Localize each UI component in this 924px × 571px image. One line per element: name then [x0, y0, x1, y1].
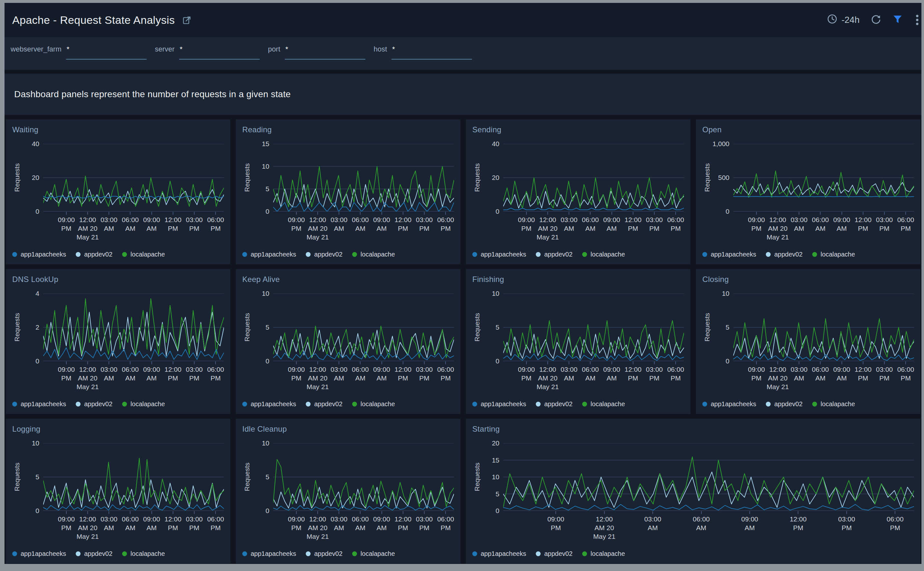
legend-item-appdev02[interactable]: appdev02: [76, 251, 113, 258]
more-menu-icon[interactable]: [914, 14, 921, 26]
legend-item-appdev02[interactable]: appdev02: [306, 251, 342, 258]
plot-area: [273, 293, 454, 361]
y-tick-label: 5: [726, 324, 729, 331]
legend-label: appdev02: [774, 400, 803, 408]
x-axis: 09:00 PM12:00 AM 20 May 2103:00 AM06:00 …: [43, 363, 224, 394]
legend-dot: [306, 551, 311, 556]
x-tick-mark: [884, 361, 885, 364]
x-tick-label: 03:00 PM: [186, 365, 203, 383]
x-tick-label: 12:00 AM 20 May 21: [767, 215, 789, 241]
x-tick-mark: [215, 212, 216, 215]
y-axis-label: Requests: [12, 443, 22, 511]
x-tick-label: 06:00 PM: [897, 365, 914, 383]
legend-item-app1apacheeks[interactable]: app1apacheeks: [12, 400, 66, 408]
filter-input-server[interactable]: *: [179, 44, 260, 60]
y-axis-label: Requests: [12, 144, 22, 211]
y-tick-label: 0: [495, 507, 499, 515]
y-axis: 420: [22, 293, 43, 361]
series-app1apacheeks: [273, 352, 454, 360]
legend-item-appdev02[interactable]: appdev02: [536, 400, 573, 408]
legend-item-appdev02[interactable]: appdev02: [306, 400, 342, 408]
legend-item-localapache[interactable]: localapache: [812, 251, 855, 258]
x-tick-mark: [66, 361, 67, 364]
legend-item-app1apacheeks[interactable]: app1apacheeks: [472, 400, 526, 408]
legend-item-appdev02[interactable]: appdev02: [766, 251, 803, 258]
legend-item-app1apacheeks[interactable]: app1apacheeks: [12, 251, 66, 258]
panel-title: Starting: [472, 424, 914, 434]
legend-label: app1apacheeks: [481, 400, 526, 408]
legend-label: app1apacheeks: [251, 550, 296, 557]
legend-item-localapache[interactable]: localapache: [122, 400, 165, 408]
panel-title: DNS LookUp: [12, 275, 224, 284]
filter-input-port[interactable]: *: [285, 44, 365, 60]
refresh-icon[interactable]: [870, 14, 881, 26]
filter-input-host[interactable]: *: [392, 44, 472, 60]
legend-item-localapache[interactable]: localapache: [122, 550, 165, 557]
x-tick-mark: [403, 361, 403, 364]
x-tick-mark: [756, 361, 757, 364]
panel-title: Reading: [242, 125, 454, 134]
x-tick-label: 12:00 PM: [395, 515, 412, 532]
legend-dot: [242, 551, 247, 556]
x-tick-mark: [381, 361, 382, 364]
filter-input-webserver-farm[interactable]: *: [66, 44, 147, 60]
legend-label: localapache: [361, 251, 395, 258]
x-tick-mark: [905, 212, 906, 215]
x-tick-mark: [611, 212, 612, 215]
legend-label: localapache: [361, 400, 395, 408]
x-tick-label: 03:00 AM: [791, 215, 808, 233]
x-tick-mark: [360, 361, 361, 364]
legend-dot: [352, 551, 357, 556]
legend-item-appdev02[interactable]: appdev02: [536, 251, 573, 258]
legend-item-localapache[interactable]: localapache: [812, 400, 855, 408]
legend-dot: [472, 402, 477, 406]
x-tick-label: 03:00 PM: [186, 215, 203, 233]
filter-icon[interactable]: [892, 14, 903, 26]
legend-item-app1apacheeks[interactable]: app1apacheeks: [12, 550, 66, 557]
legend-label: app1apacheeks: [711, 400, 756, 408]
legend: app1apacheeksappdev02localapache: [702, 250, 914, 259]
x-tick-mark: [526, 361, 527, 364]
x-tick-mark: [403, 511, 403, 514]
x-tick-label: 06:00 AM: [693, 515, 710, 532]
time-range-picker[interactable]: -24h: [827, 14, 859, 27]
legend-item-app1apacheeks[interactable]: app1apacheeks: [242, 251, 296, 258]
x-tick-label: 06:00 AM: [812, 365, 829, 383]
legend-item-localapache[interactable]: localapache: [122, 251, 165, 258]
x-tick-mark: [654, 361, 655, 364]
legend-item-app1apacheeks[interactable]: app1apacheeks: [472, 550, 526, 557]
panel-title: Keep Alive: [242, 275, 454, 284]
legend-item-localapache[interactable]: localapache: [352, 400, 395, 408]
legend-dot: [582, 252, 587, 257]
legend-item-appdev02[interactable]: appdev02: [766, 400, 803, 408]
chart-area: Requests4020009:00 PM12:00 AM 20 May 210…: [472, 144, 684, 244]
x-tick-mark: [194, 511, 195, 514]
x-tick-mark: [317, 361, 318, 364]
line-chart: [43, 293, 224, 361]
share-export-icon[interactable]: [182, 15, 192, 25]
x-tick-mark: [339, 361, 339, 364]
x-tick-label: 06:00 AM: [122, 365, 139, 383]
legend-item-appdev02[interactable]: appdev02: [76, 400, 113, 408]
legend-item-app1apacheeks[interactable]: app1apacheeks: [242, 550, 296, 557]
x-tick-label: 03:00 AM: [560, 215, 578, 233]
legend-item-appdev02[interactable]: appdev02: [536, 550, 573, 557]
x-tick-label: 09:00 PM: [58, 515, 75, 532]
legend-item-appdev02[interactable]: appdev02: [76, 550, 113, 557]
y-axis: 1050: [712, 293, 733, 361]
legend-item-localapache[interactable]: localapache: [582, 400, 625, 408]
note-text: Dashboard panels represent the number of…: [14, 89, 291, 99]
legend-item-localapache[interactable]: localapache: [352, 550, 395, 557]
legend-item-app1apacheeks[interactable]: app1apacheeks: [242, 400, 296, 408]
legend-item-appdev02[interactable]: appdev02: [306, 550, 342, 557]
x-tick-mark: [173, 511, 173, 514]
legend-item-localapache[interactable]: localapache: [582, 550, 625, 557]
x-axis: 09:00 PM12:00 AM 20 May 2103:00 AM06:00 …: [43, 213, 224, 244]
legend-item-localapache[interactable]: localapache: [352, 251, 395, 258]
legend-item-app1apacheeks[interactable]: app1apacheeks: [702, 251, 756, 258]
legend-item-app1apacheeks[interactable]: app1apacheeks: [702, 400, 756, 408]
legend-dot: [472, 551, 477, 556]
legend-item-localapache[interactable]: localapache: [582, 251, 625, 258]
legend-item-app1apacheeks[interactable]: app1apacheeks: [472, 251, 526, 258]
panels-grid: WaitingRequests4020009:00 PM12:00 AM 20 …: [5, 119, 921, 563]
